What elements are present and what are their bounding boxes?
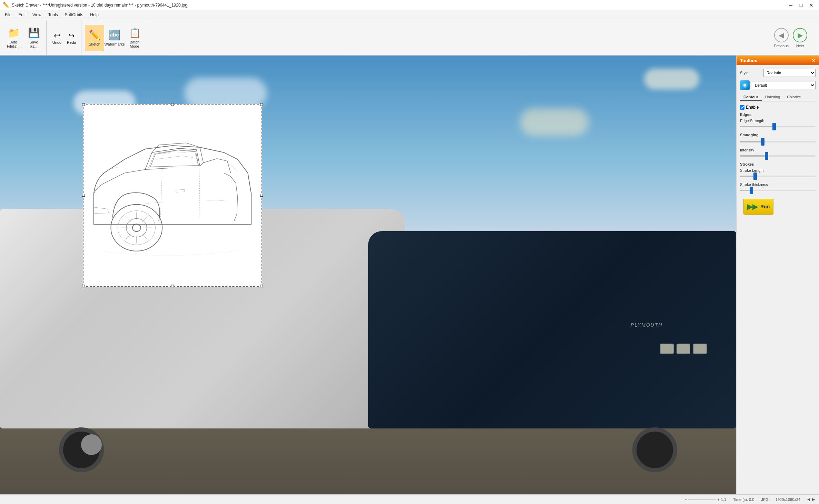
- svg-point-0: [111, 205, 162, 251]
- edges-section-title: Edges: [740, 112, 816, 117]
- batch-mode-button[interactable]: 📋 BatchMode: [125, 25, 144, 51]
- close-button[interactable]: ✕: [807, 2, 816, 9]
- save-as-icon: 💾: [28, 27, 40, 39]
- svg-point-13: [743, 84, 746, 87]
- smudging-thumb[interactable]: [761, 138, 764, 146]
- menubar: File Edit View Tools SoftOrbits Help: [0, 10, 819, 19]
- minimize-button[interactable]: ─: [786, 2, 796, 9]
- add-files-icon: 📁: [8, 27, 20, 39]
- enable-row: Enable: [740, 105, 816, 110]
- toolbar-file-section: 📁 AddFile(s)... 💾 Saveas...: [1, 21, 47, 55]
- toolbar-sketch-section: ✏️ Sketch 🔤 Watermarks 📋 BatchMode: [82, 21, 147, 55]
- stroke-length-row: Stroke Length: [740, 168, 816, 179]
- toolbar-nav-section: ◀ Previous ▶ Next: [770, 21, 811, 55]
- menu-tools[interactable]: Tools: [45, 11, 61, 18]
- car-sketch-svg: [83, 105, 262, 286]
- edge-strength-label: Edge Strength: [740, 119, 816, 123]
- next-label: Next: [796, 44, 804, 48]
- toolbox-header: Toolbox ✕: [737, 56, 819, 65]
- tab-colorize[interactable]: Colorize: [783, 93, 804, 101]
- toolbar: 📁 AddFile(s)... 💾 Saveas... ↩ Undo ↪ Red…: [0, 19, 819, 56]
- dimensions-section: 1920x1080x24: [776, 497, 800, 502]
- redo-button[interactable]: ↪ Redo: [65, 28, 78, 48]
- next-button[interactable]: ▶ Next: [793, 28, 807, 48]
- run-icon: ▶▶: [747, 202, 758, 211]
- menu-view[interactable]: View: [29, 11, 45, 18]
- svg-point-3: [132, 224, 141, 231]
- undo-button[interactable]: ↩ Undo: [50, 28, 64, 48]
- smudging-row: [740, 139, 816, 145]
- toolbox-panel: Toolbox ✕ Style Realistic Artistic Carto…: [736, 56, 819, 494]
- menu-edit[interactable]: Edit: [15, 11, 29, 18]
- menu-file[interactable]: File: [1, 11, 15, 18]
- menu-softorbits[interactable]: SoftOrbits: [61, 11, 87, 18]
- redo-label: Redo: [67, 40, 76, 45]
- sketch-label: Sketch: [89, 42, 100, 46]
- app-icon: ✏️: [3, 2, 10, 8]
- zoom-level-label: 1:1: [721, 497, 726, 502]
- sketch-button[interactable]: ✏️ Sketch: [85, 25, 104, 51]
- tab-contour[interactable]: Contour: [740, 93, 762, 101]
- format-label: JPG: [761, 497, 768, 502]
- style-row: Style Realistic Artistic Cartoon Classic: [740, 69, 816, 77]
- intensity-thumb[interactable]: [765, 152, 768, 160]
- window-title: Sketch Drawer - ****Unregistered version…: [12, 3, 187, 8]
- save-as-label: Saveas...: [29, 40, 38, 48]
- run-label: Run: [760, 204, 770, 209]
- watermarks-button[interactable]: 🔤 Watermarks: [105, 25, 124, 51]
- style-select[interactable]: Realistic Artistic Cartoon Classic: [763, 69, 816, 77]
- enable-checkbox[interactable]: [740, 105, 744, 110]
- next-icon: ▶: [793, 28, 807, 42]
- add-files-button[interactable]: 📁 AddFile(s)...: [4, 25, 23, 51]
- watermarks-label: Watermarks: [105, 42, 125, 46]
- edge-strength-thumb[interactable]: [772, 123, 776, 130]
- redo-icon: ↪: [68, 31, 75, 40]
- preset-select[interactable]: Default Light Heavy Fine Lines: [752, 81, 816, 89]
- zoom-in-button[interactable]: +: [717, 497, 719, 502]
- sketch-icon: ✏️: [89, 29, 101, 41]
- format-section: JPG: [761, 497, 768, 502]
- tab-hatching[interactable]: Hatching: [762, 93, 783, 101]
- statusbar: − + 1:1 Time (s): 0.0 JPG 1920x1080x24 ◀…: [0, 494, 819, 504]
- statusbar-nav: ◀ ▶: [807, 497, 815, 502]
- smudging-section-title: Smudging: [740, 133, 816, 137]
- toolbar-edit-section: ↩ Undo ↪ Redo: [47, 21, 81, 55]
- enable-label[interactable]: Enable: [746, 105, 759, 110]
- previous-button[interactable]: ◀ Previous: [774, 28, 789, 48]
- stroke-length-thumb[interactable]: [753, 172, 757, 180]
- batch-mode-label: BatchMode: [130, 40, 139, 48]
- preset-svg-icon: [741, 82, 748, 89]
- toolbox-title: Toolbox: [740, 58, 757, 63]
- strokes-section-title: Strokes: [740, 162, 816, 166]
- zoom-slider[interactable]: [688, 499, 716, 500]
- stroke-length-label: Stroke Length: [740, 168, 816, 172]
- intensity-label: Intensity: [740, 148, 816, 152]
- zoom-out-button[interactable]: −: [685, 497, 687, 502]
- time-label: Time (s): 0.0: [733, 497, 754, 502]
- svg-point-2: [126, 218, 147, 237]
- statusbar-prev-button[interactable]: ◀: [807, 497, 810, 502]
- menu-help[interactable]: Help: [87, 11, 102, 18]
- intensity-row: Intensity: [740, 148, 816, 159]
- add-files-label: AddFile(s)...: [7, 40, 21, 48]
- maximize-button[interactable]: □: [796, 2, 806, 9]
- save-as-button[interactable]: 💾 Saveas...: [24, 25, 43, 51]
- statusbar-next-button[interactable]: ▶: [812, 497, 815, 502]
- canvas-area[interactable]: PLYMOUTH: [0, 56, 736, 494]
- previous-label: Previous: [774, 44, 789, 48]
- stroke-thickness-thumb[interactable]: [750, 187, 753, 194]
- run-button[interactable]: ▶▶ Run: [743, 199, 773, 215]
- tab-bar: Contour Hatching Colorize: [740, 93, 816, 101]
- main-area: PLYMOUTH: [0, 56, 819, 494]
- undo-icon: ↩: [54, 31, 60, 40]
- previous-icon: ◀: [774, 28, 789, 42]
- titlebar-buttons: ─ □ ✕: [786, 2, 816, 9]
- batch-mode-icon: 📋: [129, 27, 141, 39]
- stroke-thickness-row: Stroke thickness: [740, 182, 816, 193]
- dimensions-label: 1920x1080x24: [776, 497, 800, 502]
- edge-strength-row: Edge Strength: [740, 119, 816, 129]
- svg-line-9: [142, 234, 148, 239]
- toolbox-close-button[interactable]: ✕: [811, 58, 816, 63]
- time-section: Time (s): 0.0: [733, 497, 754, 502]
- presets-row: Default Light Heavy Fine Lines: [740, 80, 816, 90]
